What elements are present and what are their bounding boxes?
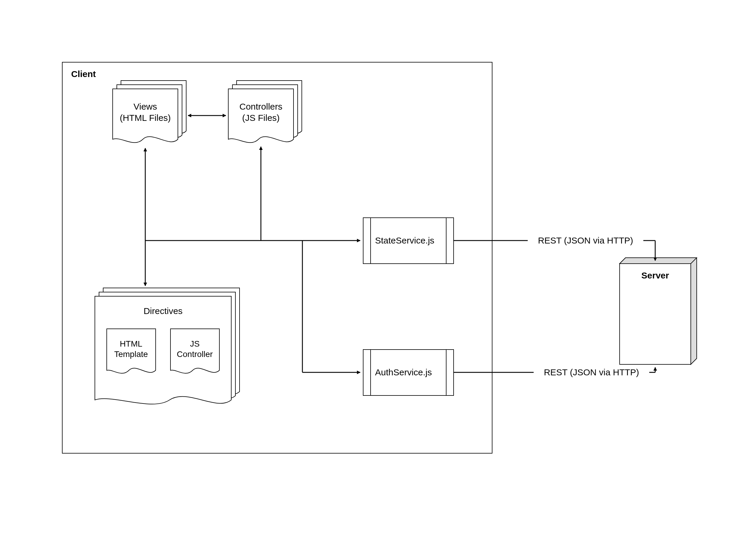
server-box: Server <box>620 258 697 364</box>
rest-label-1: REST (JSON via HTTP) <box>538 236 633 245</box>
views-label-line2: (HTML Files) <box>120 113 171 123</box>
views-label-line1: Views <box>134 101 157 111</box>
auth-service-label: AuthService.js <box>375 367 432 377</box>
controllers-stack: Controllers (JS Files) <box>228 81 302 143</box>
directives-title: Directives <box>143 306 183 316</box>
svg-marker-8 <box>620 258 697 264</box>
auth-service-component: AuthService.js <box>363 350 454 395</box>
state-service-component: StateService.js <box>363 218 454 264</box>
html-template-line2: Template <box>114 350 148 359</box>
architecture-diagram: Client Views (HTML Files) Controllers (J… <box>0 0 756 535</box>
state-service-label: StateService.js <box>375 236 434 245</box>
html-template-line1: HTML <box>120 339 142 348</box>
controllers-label-line1: Controllers <box>239 101 282 111</box>
js-controller-line1: JS <box>190 339 200 348</box>
client-title: Client <box>71 69 96 79</box>
views-stack: Views (HTML Files) <box>113 81 186 143</box>
js-controller-line2: Controller <box>177 350 213 359</box>
controllers-label-line2: (JS Files) <box>242 113 280 123</box>
diagram-svg: Client Views (HTML Files) Controllers (J… <box>0 0 756 535</box>
rest-label-2: REST (JSON via HTTP) <box>544 367 639 377</box>
directives-stack: Directives HTML Template JS Controller <box>95 288 240 404</box>
server-title: Server <box>641 270 669 280</box>
